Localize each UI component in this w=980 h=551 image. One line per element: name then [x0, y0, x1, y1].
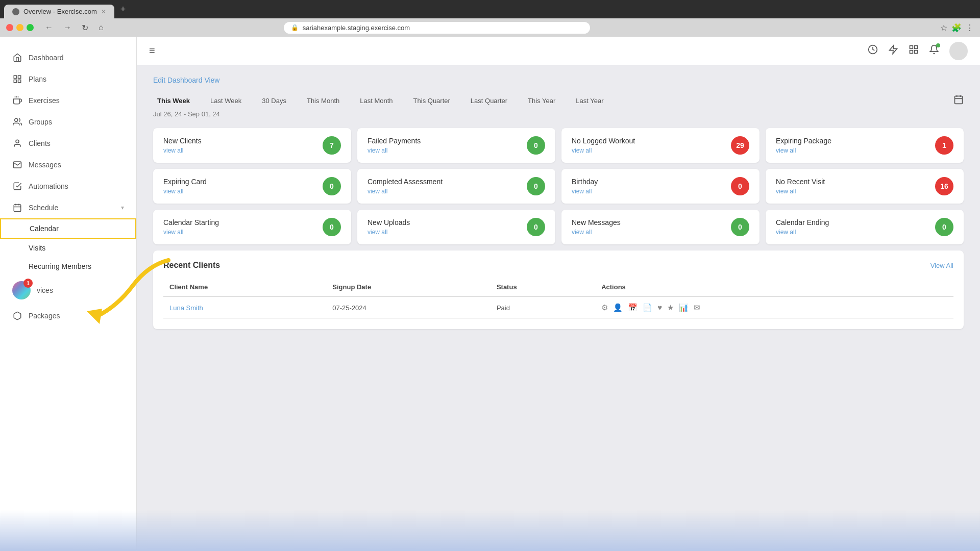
menu-icon[interactable]: ⋮ [966, 23, 974, 33]
lock-icon: 🔒 [291, 24, 299, 31]
heart-action-icon[interactable]: ♥ [657, 303, 662, 312]
tab-last-month[interactable]: Last Month [356, 95, 397, 107]
profile-action-icon[interactable]: 👤 [613, 303, 623, 312]
sidebar-item-exercises[interactable]: Exercises [0, 90, 136, 111]
client-name-link[interactable]: Luna Smith [169, 304, 203, 312]
stat-view-all-link[interactable]: view all [776, 147, 831, 154]
active-tab[interactable]: Overview - Exercise.com ✕ [4, 5, 114, 18]
col-status: Status [491, 278, 595, 296]
stat-view-all-link[interactable]: view all [368, 229, 410, 236]
stat-view-all-link[interactable]: view all [368, 147, 421, 154]
minimize-traffic-light[interactable] [16, 24, 23, 31]
tab-this-month[interactable]: This Month [303, 95, 344, 107]
svg-rect-0 [14, 76, 16, 78]
col-signup-date: Signup Date [326, 278, 491, 296]
sidebar-item-clients[interactable]: Clients [0, 133, 136, 154]
main-content: ≡ Edit Dashboard View [137, 37, 980, 551]
stat-view-all-link[interactable]: view all [163, 188, 207, 195]
history-icon[interactable] [868, 44, 878, 57]
stat-view-all-link[interactable]: view all [163, 229, 219, 236]
sidebar-item-dashboard[interactable]: Dashboard [0, 47, 136, 68]
traffic-lights [6, 24, 34, 31]
grid-icon[interactable] [909, 44, 919, 57]
stat-card-calendar-starting: Calendar Starting view all 0 [153, 210, 351, 244]
groups-icon [12, 117, 22, 127]
col-actions: Actions [595, 278, 953, 296]
stat-title: Completed Assessment [368, 178, 443, 186]
lightning-icon[interactable] [888, 44, 898, 57]
stat-title: Birthday [572, 178, 598, 186]
sidebar-sub-item-visits[interactable]: Visits [0, 239, 136, 257]
stat-title: Expiring Card [163, 178, 207, 186]
address-bar[interactable]: 🔒 sariahexample.staging.exercise.com [284, 22, 590, 34]
user-avatar[interactable] [949, 42, 968, 60]
close-traffic-light[interactable] [6, 24, 13, 31]
sidebar-sub-item-recurring[interactable]: Recurring Members [0, 257, 136, 276]
sidebar-item-label: vices [37, 286, 53, 294]
sidebar-item-label: Automations [29, 182, 68, 190]
tab-last-quarter[interactable]: Last Quarter [467, 95, 511, 107]
tab-this-quarter[interactable]: This Quarter [409, 95, 454, 107]
extensions-icon[interactable]: 🧩 [951, 23, 962, 33]
stat-view-all-link[interactable]: view all [572, 188, 598, 195]
tab-close-btn[interactable]: ✕ [101, 8, 106, 15]
stat-card-expiring-card: Expiring Card view all 0 [153, 169, 351, 204]
stat-view-all-link[interactable]: view all [776, 188, 825, 195]
forward-button[interactable]: → [60, 22, 75, 33]
sidebar-item-label: Groups [29, 118, 52, 126]
new-tab-button[interactable]: + [116, 2, 130, 17]
stat-badge: 29 [731, 136, 749, 155]
chart-action-icon[interactable]: 📊 [679, 303, 689, 312]
sidebar-item-label: Schedule [29, 204, 58, 212]
stat-badge: 0 [527, 177, 545, 195]
back-button[interactable]: ← [42, 22, 56, 33]
stat-card-failed-payments: Failed Payments view all 0 [357, 128, 555, 163]
bookmark-icon[interactable]: ☆ [940, 23, 947, 33]
stat-view-all-link[interactable]: view all [776, 229, 829, 236]
stat-view-all-link[interactable]: view all [572, 147, 635, 154]
sidebar-item-groups[interactable]: Groups [0, 111, 136, 133]
stat-card-completed-assessment: Completed Assessment view all 0 [357, 169, 555, 204]
stat-view-all-link[interactable]: view all [163, 147, 202, 154]
menu-toggle-button[interactable]: ≡ [149, 45, 155, 57]
stat-title: Calendar Ending [776, 218, 829, 227]
tab-last-year[interactable]: Last Year [572, 95, 607, 107]
tab-30-days[interactable]: 30 Days [258, 95, 290, 107]
stat-badge: 7 [323, 136, 341, 155]
home-button[interactable]: ⌂ [95, 22, 107, 33]
calendar-action-icon[interactable]: 📅 [628, 303, 638, 312]
tab-this-week[interactable]: This Week [153, 95, 194, 107]
date-picker-icon[interactable] [953, 94, 964, 107]
document-action-icon[interactable]: 📄 [643, 303, 652, 312]
sidebar-item-services[interactable]: vices 1 [0, 276, 136, 305]
sidebar-item-label: Messages [29, 161, 61, 169]
sidebar-item-packages[interactable]: Packages [0, 305, 136, 327]
stat-view-all-link[interactable]: view all [572, 229, 621, 236]
stat-view-all-link[interactable]: view all [368, 188, 443, 195]
stat-title: New Clients [163, 137, 202, 145]
date-range-label: Jul 26, 24 - Sep 01, 24 [153, 110, 964, 118]
sidebar-sub-label: Visits [29, 244, 45, 252]
stat-title: No Recent Visit [776, 178, 825, 186]
recent-clients-view-all[interactable]: View All [930, 262, 953, 269]
stat-card-new-uploads: New Uploads view all 0 [357, 210, 555, 244]
tab-this-year[interactable]: This Year [524, 95, 559, 107]
stat-title: No Logged Workout [572, 137, 635, 145]
bell-icon[interactable] [929, 44, 939, 57]
sidebar-item-plans[interactable]: Plans [0, 68, 136, 90]
sidebar-item-messages[interactable]: Messages [0, 154, 136, 176]
email-action-icon[interactable]: ✉ [694, 303, 700, 312]
svg-rect-1 [18, 76, 21, 78]
maximize-traffic-light[interactable] [27, 24, 34, 31]
tab-last-week[interactable]: Last Week [206, 95, 246, 107]
sidebar-sub-item-calendar[interactable]: Calendar [0, 218, 136, 239]
svg-rect-2 [14, 80, 16, 83]
sidebar-item-automations[interactable]: Automations [0, 176, 136, 197]
stat-card-new-clients: New Clients view all 7 [153, 128, 351, 163]
star-action-icon[interactable]: ★ [667, 303, 674, 312]
reload-button[interactable]: ↻ [79, 22, 91, 34]
sidebar-item-schedule[interactable]: Schedule ▾ [0, 197, 136, 218]
settings-action-icon[interactable]: ⚙ [601, 303, 608, 312]
edit-dashboard-link[interactable]: Edit Dashboard View [153, 76, 219, 84]
stat-title: Calendar Starting [163, 218, 219, 227]
